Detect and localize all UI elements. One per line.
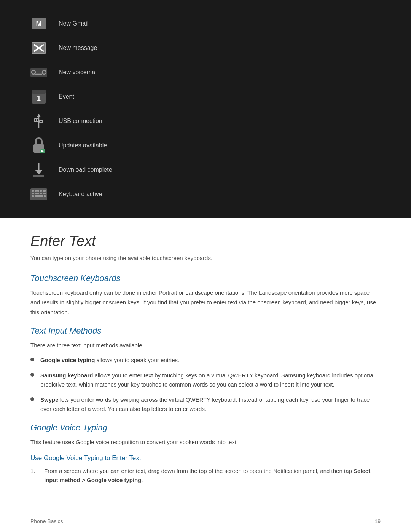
svg-rect-35 xyxy=(35,193,37,194)
svg-rect-39 xyxy=(32,195,34,197)
svg-rect-30 xyxy=(35,190,37,192)
page-container: M New Gmail New message xyxy=(0,0,411,532)
step-1: 1. From a screen where you can enter tex… xyxy=(30,466,381,485)
notif-label-usb: USB connection xyxy=(59,118,102,125)
bullet-rest-swype: lets you enter words by swiping across t… xyxy=(40,396,370,412)
step-1-text: From a screen where you can enter text, … xyxy=(44,466,381,485)
touchscreen-keyboards-title: Touchscreen Keyboards xyxy=(30,273,381,283)
notif-row-keyboard: Keyboard active xyxy=(30,182,388,206)
touchscreen-keyboards-body: Touchscreen keyboard entry can be done i… xyxy=(30,288,381,317)
use-google-voice-title: Use Google Voice Typing to Enter Text xyxy=(30,454,381,462)
google-voice-typing-body: This feature uses Google voice recogniti… xyxy=(30,437,381,447)
step-1-bold: Select input method > Google voice typin… xyxy=(44,468,370,483)
keyboard-active-icon xyxy=(30,186,47,203)
notification-table: M New Gmail New message xyxy=(0,0,411,218)
svg-rect-36 xyxy=(37,193,39,194)
svg-rect-31 xyxy=(37,190,39,192)
svg-rect-40 xyxy=(35,195,43,197)
footer-right: 19 xyxy=(374,518,381,524)
bullet-dot-voice xyxy=(30,358,34,361)
page-footer: Phone Basics 19 xyxy=(30,514,381,524)
bullet-text-voice: Google voice typing allows you to speak … xyxy=(40,356,179,365)
svg-rect-41 xyxy=(44,195,46,197)
event-icon: 1 xyxy=(30,88,47,105)
bullet-text-samsung: Samsung keyboard allows you to enter tex… xyxy=(40,371,381,389)
svg-rect-6 xyxy=(30,68,47,77)
google-voice-typing-title: Google Voice Typing xyxy=(30,423,381,433)
svg-rect-33 xyxy=(43,190,46,192)
footer-left: Phone Basics xyxy=(30,518,63,524)
download-icon xyxy=(30,161,47,178)
svg-rect-38 xyxy=(43,193,46,194)
svg-text:M: M xyxy=(36,20,42,28)
updates-icon xyxy=(30,137,47,154)
list-item-voice: Google voice typing allows you to speak … xyxy=(30,356,381,365)
notif-label-event: Event xyxy=(59,93,74,100)
svg-rect-32 xyxy=(40,190,42,192)
svg-text:1: 1 xyxy=(37,94,41,102)
text-input-methods-title: Text Input Methods xyxy=(30,326,381,336)
bullet-dot-swype xyxy=(30,397,34,401)
notif-row-download: Download complete xyxy=(30,158,388,182)
svg-rect-37 xyxy=(40,193,42,194)
svg-rect-34 xyxy=(32,193,34,194)
main-title: Enter Text xyxy=(30,233,381,249)
bullet-text-swype: Swype lets you enter words by swiping ac… xyxy=(40,395,381,414)
notif-row-message: New message xyxy=(30,36,388,60)
bullet-rest-voice: allows you to speak your entries. xyxy=(95,357,179,363)
svg-rect-29 xyxy=(32,190,34,192)
voicemail-icon xyxy=(30,64,47,81)
notif-label-updates: Updates available xyxy=(59,142,107,149)
step-1-num: 1. xyxy=(30,466,41,476)
notif-label-download: Download complete xyxy=(59,166,112,173)
text-input-methods-intro: There are three text input methods avail… xyxy=(30,340,381,350)
bullet-bold-swype: Swype xyxy=(40,396,59,403)
main-content: Enter Text You can type on your phone us… xyxy=(0,218,411,515)
message-icon xyxy=(30,40,47,56)
notif-row-voicemail: New voicemail xyxy=(30,60,388,85)
list-item-samsung: Samsung keyboard allows you to enter tex… xyxy=(30,371,381,389)
bullet-bold-voice: Google voice typing xyxy=(40,357,95,363)
bullet-dot-samsung xyxy=(30,373,34,377)
notif-row-updates: Updates available xyxy=(30,133,388,158)
svg-marker-14 xyxy=(37,114,41,117)
bullet-bold-samsung: Samsung keyboard xyxy=(40,372,93,379)
gmail-icon: M xyxy=(30,15,47,32)
notif-label-keyboard: Keyboard active xyxy=(59,191,102,198)
notif-label-message: New message xyxy=(59,45,97,51)
use-google-voice-steps: 1. From a screen where you can enter tex… xyxy=(30,466,381,485)
main-intro: You can type on your phone using the ava… xyxy=(30,254,381,263)
notif-row-usb: USB connection xyxy=(30,109,388,133)
svg-rect-11 xyxy=(32,90,46,94)
notif-label-gmail: New Gmail xyxy=(59,20,88,27)
input-methods-list: Google voice typing allows you to speak … xyxy=(30,356,381,414)
notif-row-event: 1 Event xyxy=(30,85,388,109)
svg-marker-25 xyxy=(35,170,43,174)
list-item-swype: Swype lets you enter words by swiping ac… xyxy=(30,395,381,414)
notif-row-gmail: M New Gmail xyxy=(30,11,388,36)
notif-label-voicemail: New voicemail xyxy=(59,69,98,76)
usb-icon xyxy=(30,113,47,129)
